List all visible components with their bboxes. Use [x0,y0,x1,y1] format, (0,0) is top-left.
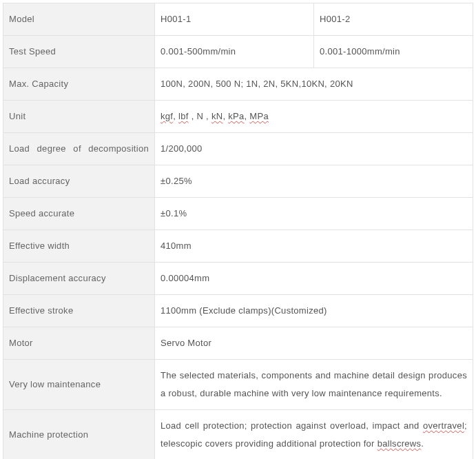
label-model: Model [3,3,155,36]
table-row: Motor Servo Motor [3,327,473,360]
table-row: Load degree of decomposition 1/200,000 [3,133,473,165]
value-machine-protection: Load cell protection; protection against… [155,410,473,460]
label-displacement-accuracy: Displacement accuracy [3,263,155,295]
label-unit: Unit [3,101,155,133]
table-row: Test Speed 0.001-500mm/min 0.001-1000mm/… [3,36,473,68]
spec-table: Model H001-1 H001-2 Test Speed 0.001-500… [3,3,473,459]
table-row: Max. Capacity 100N, 200N, 500 N; 1N, 2N,… [3,68,473,101]
table-row: Machine protection Load cell protection;… [3,410,473,460]
value-max-capacity: 100N, 200N, 500 N; 1N, 2N, 5KN,10KN, 20K… [155,68,473,101]
value-load-degree: 1/200,000 [155,133,473,165]
label-speed-accurate: Speed accurate [3,198,155,230]
table-row: Very low maintenance The selected materi… [3,360,473,410]
table-row: Effective width 410mm [3,230,473,263]
label-effective-stroke: Effective stroke [3,295,155,327]
value-model-1: H001-1 [155,3,314,36]
label-test-speed: Test Speed [3,36,155,68]
label-load-degree: Load degree of decomposition [3,133,155,165]
label-very-low-maintenance: Very low maintenance [3,360,155,410]
value-effective-stroke: 1100mm (Exclude clamps)(Customized) [155,295,473,327]
label-effective-width: Effective width [3,230,155,263]
value-load-accuracy: ±0.25% [155,165,473,198]
value-unit: kgf, lbf , N , kN, kPa, MPa [155,101,473,133]
value-test-speed-1: 0.001-500mm/min [155,36,314,68]
table-row: Load accuracy ±0.25% [3,165,473,198]
label-max-capacity: Max. Capacity [3,68,155,101]
table-row: Speed accurate ±0.1% [3,198,473,230]
label-motor: Motor [3,327,155,360]
value-motor: Servo Motor [155,327,473,360]
value-displacement-accuracy: 0.00004mm [155,263,473,295]
table-row: Displacement accuracy 0.00004mm [3,263,473,295]
value-speed-accurate: ±0.1% [155,198,473,230]
table-row: Effective stroke 1100mm (Exclude clamps)… [3,295,473,327]
value-model-2: H001-2 [314,3,473,36]
table-row: Unit kgf, lbf , N , kN, kPa, MPa [3,101,473,133]
value-very-low-maintenance: The selected materials, components and m… [155,360,473,410]
label-load-accuracy: Load accuracy [3,165,155,198]
value-test-speed-2: 0.001-1000mm/min [314,36,473,68]
table-row: Model H001-1 H001-2 [3,3,473,36]
label-machine-protection: Machine protection [3,410,155,460]
value-effective-width: 410mm [155,230,473,263]
